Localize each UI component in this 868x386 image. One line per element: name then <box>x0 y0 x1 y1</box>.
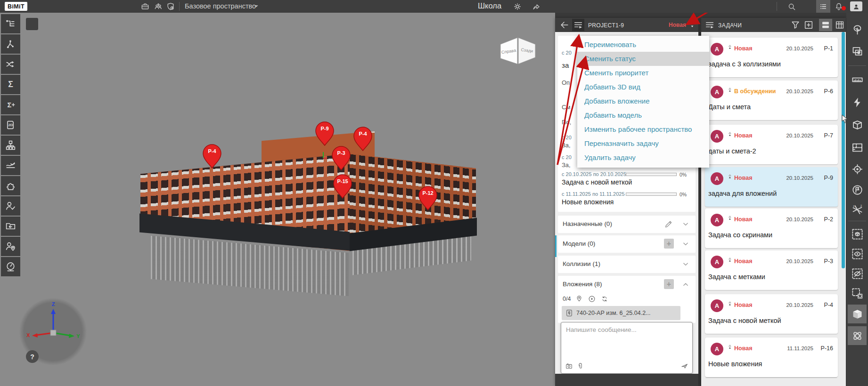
menu-item-добавить-вложение[interactable]: Добавить вложение <box>577 94 709 108</box>
user-check-icon[interactable] <box>1 196 20 216</box>
edit-pencil-icon[interactable] <box>663 219 674 231</box>
chev-down-icon[interactable] <box>680 219 691 231</box>
attachment-play-icon[interactable] <box>588 295 596 303</box>
puzzle-icon[interactable] <box>1 176 20 195</box>
tasks-menu-icon[interactable] <box>704 19 715 31</box>
map-pin-p-9[interactable]: P-9 <box>314 121 335 147</box>
menu-item-добавить-3d-вид[interactable]: Добавить 3D вид <box>577 80 709 94</box>
overlap-icon[interactable] <box>848 42 867 61</box>
message-input[interactable] <box>565 325 687 358</box>
menu-item-переименовать[interactable]: Переименовать <box>577 38 709 52</box>
section-модели-0-[interactable]: Модели (0)+ <box>558 235 696 253</box>
share-icon[interactable] <box>531 1 542 12</box>
list-menu-icon[interactable] <box>816 0 830 13</box>
axes12-icon[interactable]: 12 <box>848 200 867 219</box>
map-pin-p-15[interactable]: P-15 <box>332 174 353 200</box>
svg-text:Y: Y <box>76 333 80 339</box>
menu-item-удалить-задачу[interactable]: Удалить задачу <box>577 151 709 165</box>
clipped-text-fragment: с 20 <box>562 154 572 160</box>
map-pin-p-4[interactable]: P-4 <box>202 144 222 170</box>
view-cube[interactable]: Справа Сзади <box>499 34 537 72</box>
focus-selection-icon[interactable] <box>26 18 38 30</box>
folder-export-icon[interactable] <box>1 217 20 236</box>
attach-file-icon[interactable] <box>576 362 584 370</box>
gauge-icon[interactable] <box>1 257 20 276</box>
task-status-label[interactable]: Новая <box>669 22 686 28</box>
sigma-plus-icon[interactable]: Σ <box>1 95 20 114</box>
settings-gear-icon[interactable] <box>512 1 523 12</box>
panel-scroll-indicator[interactable] <box>555 235 557 257</box>
task-card-p-16[interactable]: AНовая11.11.2025P-16Новые вложения <box>705 338 838 377</box>
flag-icon[interactable] <box>848 180 867 199</box>
section-label: Модели (0) <box>563 240 595 247</box>
map-pin-p-3[interactable]: P-3 <box>331 145 352 172</box>
sel-cube-icon[interactable] <box>848 225 867 243</box>
section-коллизии-1-[interactable]: Коллизии (1) <box>558 256 696 273</box>
orbit-icon[interactable] <box>848 326 867 345</box>
nature-icon[interactable] <box>848 20 867 39</box>
map-pin-p-12[interactable]: P-12 <box>418 185 438 212</box>
add-icon[interactable]: + <box>664 279 674 289</box>
sel-eye-icon[interactable] <box>848 244 867 263</box>
clipped-text-fragment: См <box>562 104 570 111</box>
camera-icon[interactable] <box>565 362 573 370</box>
priority-icon[interactable] <box>688 20 696 29</box>
workspace-caret-icon[interactable] <box>251 1 262 11</box>
task-card-p-9[interactable]: AНовая20.10.2025P-9задача для вложений <box>705 167 838 207</box>
section-назначенные-0-[interactable]: Назначенные (0) <box>558 216 696 233</box>
help-button[interactable]: ? <box>26 350 39 363</box>
task-card-p-4[interactable]: AНовая20.10.2025P-4Задача с новой меткой <box>705 294 838 334</box>
pin-label: P-15 <box>332 178 353 184</box>
task-card-p-3[interactable]: AНовая20.10.2025P-3Задача с метками <box>705 250 838 290</box>
hierarchy-icon[interactable] <box>1 14 20 33</box>
tasks-scrollbar[interactable] <box>842 32 845 268</box>
back-icon[interactable] <box>559 19 570 31</box>
branch-icon[interactable] <box>1 34 20 54</box>
menu-item-изменить-рабочее-пространство[interactable]: Изменить рабочее пространство <box>577 122 709 137</box>
team-icon[interactable] <box>153 1 164 12</box>
chev-down-icon[interactable] <box>680 259 691 271</box>
trend-icon[interactable] <box>1 156 20 175</box>
menu-item-добавить-модель[interactable]: Добавить модель <box>577 108 709 122</box>
menu-item-переназначить-задачу[interactable]: Переназначить задачу <box>577 137 709 151</box>
shuffle-icon[interactable] <box>1 55 20 74</box>
attachment-item[interactable]: 740-20-АР изм. 6_25.04.2... <box>562 306 680 320</box>
map-pin-p-4[interactable]: P-4 <box>352 126 373 153</box>
attachment-pin-icon[interactable] <box>575 295 583 303</box>
view-cards-icon[interactable] <box>819 19 832 31</box>
sel-clear-icon[interactable] <box>848 284 867 303</box>
org-icon[interactable] <box>1 136 20 155</box>
sel-eye-off-icon[interactable] <box>848 264 867 283</box>
box3d-icon[interactable] <box>848 115 867 134</box>
filter-funnel-icon[interactable] <box>790 19 801 31</box>
task-menu-icon[interactable] <box>572 19 584 31</box>
account-icon[interactable] <box>850 1 862 11</box>
view-table-icon[interactable] <box>834 19 845 31</box>
briefcase-icon[interactable] <box>139 1 151 12</box>
shield-admin-icon[interactable] <box>165 1 176 12</box>
menu-item-сменить-статус[interactable]: Сменить статус <box>577 52 709 66</box>
task-card-p-2[interactable]: AНовая20.10.2025P-2Задача со скринами <box>705 209 838 248</box>
task-card-p-7[interactable]: AНовая20.10.2025P-7даты и смета-2 <box>705 125 838 164</box>
menu-item-сменить-приоритет[interactable]: Сменить приоритет <box>577 66 709 80</box>
task-card-p-1[interactable]: AНовая20.10.2025P-1задача с 3 коллизиями <box>705 38 838 77</box>
sheet-2d-icon[interactable]: 2D <box>1 115 20 135</box>
attachment-refresh-icon[interactable] <box>600 295 609 303</box>
workspace-selector[interactable]: Базовое пространство <box>185 2 256 10</box>
target-icon[interactable] <box>848 160 867 178</box>
add-task-icon[interactable] <box>803 19 814 31</box>
add-icon[interactable]: + <box>664 239 674 249</box>
cube-solid-icon[interactable] <box>848 305 867 323</box>
chev-down-icon[interactable] <box>680 239 691 251</box>
send-icon[interactable] <box>680 362 688 370</box>
flash-icon[interactable] <box>848 93 867 112</box>
sigma-icon[interactable]: Σ <box>1 75 20 94</box>
3d-viewport[interactable]: Справа Сзади Z X Y ? P-4P-9P-3P-4P-15P-1… <box>0 13 555 386</box>
search-icon[interactable] <box>786 1 797 12</box>
app-logo: BiMiT <box>5 2 27 11</box>
chev-up-icon[interactable] <box>680 279 691 291</box>
user-pin-icon[interactable] <box>1 237 20 256</box>
ruler-icon[interactable] <box>848 70 867 89</box>
task-card-p-6[interactable]: AВ обсуждении20.10.2025P-6Даты и смета <box>705 80 838 120</box>
floorplan-icon[interactable] <box>848 138 867 157</box>
